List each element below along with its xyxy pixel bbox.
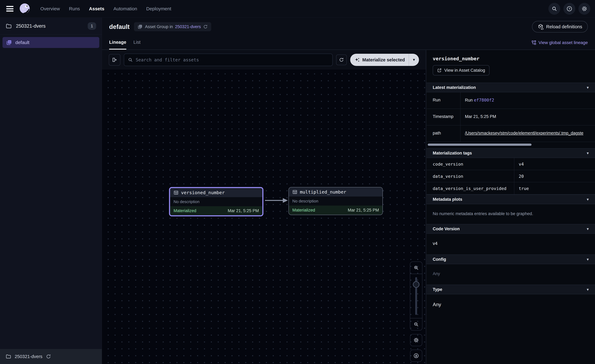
download-icon	[413, 353, 419, 358]
help-button[interactable]: ?	[563, 3, 575, 15]
zoom-out-button[interactable]	[410, 318, 422, 330]
tag-value: 20	[514, 170, 595, 182]
sidebar-item-default[interactable]: default	[2, 37, 99, 48]
gear-icon	[581, 6, 587, 12]
search-icon	[552, 6, 557, 12]
asset-node-versioned-number[interactable]: versioned_number No description Material…	[169, 187, 263, 216]
nav-item-assets[interactable]: Assets	[89, 6, 104, 11]
refresh-graph-button[interactable]	[336, 55, 347, 65]
materialize-button-group: Materialize selected ▼	[350, 54, 419, 66]
sidebar: 250321-dvers 1 default 250321-dvers	[0, 17, 102, 364]
panel-toggle-icon	[112, 57, 118, 63]
download-image-button[interactable]	[410, 350, 422, 362]
chevron-down-icon: ▾	[587, 85, 589, 90]
asset-node-body: No description	[170, 197, 262, 206]
horizontal-scrollbar-thumb[interactable]	[428, 144, 531, 146]
page-title: default	[109, 23, 130, 30]
settings-button[interactable]	[578, 3, 590, 15]
asset-node-multiplied-number[interactable]: multiplied_number No description Materia…	[288, 187, 383, 215]
lineage-canvas: Materialize selected ▼	[102, 50, 426, 364]
asset-node-header: versioned_number	[170, 188, 262, 197]
materialize-sparkle-icon	[354, 57, 360, 63]
tag-key: data_version_is_user_provided	[426, 182, 514, 194]
section-label: Type	[433, 287, 442, 292]
zoom-in-button[interactable]	[410, 262, 422, 274]
asset-detail-panel: versioned_number View in Asset Catalog L…	[426, 50, 595, 364]
metadata-plots-empty-text: No numeric metadata entries available to…	[426, 204, 595, 224]
section-metadata-plots[interactable]: Metadata plots ▾	[426, 195, 595, 204]
materialize-selected-label: Materialize selected	[362, 57, 405, 63]
section-config[interactable]: Config ▾	[426, 254, 595, 264]
folder-icon	[6, 23, 12, 29]
badge-group-link[interactable]: 250321-dvers	[175, 24, 201, 29]
view-in-asset-catalog-button[interactable]: View in Asset Catalog	[433, 65, 489, 76]
page-header: default Asset Group in 250321-dvers	[102, 18, 595, 36]
top-nav: Overview Runs Assets Automation Deployme…	[0, 0, 595, 17]
zoom-slider	[410, 274, 422, 318]
sidebar-footer: 250321-dvers	[0, 349, 102, 364]
graph-settings-button[interactable]	[410, 334, 422, 346]
asset-group-icon	[137, 24, 143, 29]
section-code-version[interactable]: Code Version ▾	[426, 224, 595, 234]
expand-panel-button[interactable]	[109, 54, 120, 66]
edge-arrow	[264, 196, 289, 205]
materialize-dropdown-button[interactable]: ▼	[409, 54, 419, 66]
dagster-logo[interactable]	[18, 2, 31, 15]
sync-icon[interactable]	[203, 24, 208, 29]
nav-item-overview[interactable]: Overview	[40, 6, 60, 11]
section-label: Metadata plots	[433, 197, 462, 202]
materialized-timestamp: Mar 21, 5:25 PM	[228, 208, 259, 213]
sidebar-group-row[interactable]: 250321-dvers 1	[0, 18, 102, 35]
hamburger-menu-icon[interactable]	[6, 6, 14, 12]
materialize-selected-button[interactable]: Materialize selected	[350, 54, 409, 66]
search-button[interactable]	[548, 3, 560, 15]
search-input[interactable]	[136, 57, 329, 63]
sidebar-group-name: 250321-dvers	[16, 23, 46, 29]
nav-item-runs[interactable]: Runs	[69, 6, 80, 11]
sync-icon[interactable]	[46, 354, 51, 359]
path-link[interactable]: /Users/smackesey/stm/code/elementl/exper…	[465, 131, 592, 136]
lineage-graph[interactable]: versioned_number No description Material…	[102, 70, 426, 364]
asset-group-icon	[6, 39, 12, 46]
materialized-status: Materialized	[292, 208, 315, 213]
chevron-down-icon: ▾	[587, 197, 589, 202]
zoom-slider-thumb[interactable]	[413, 281, 419, 288]
table-row: path /Users/smackesey/stm/code/elementl/…	[426, 126, 595, 142]
lineage-graph-icon	[531, 40, 536, 45]
nav-item-automation[interactable]: Automation	[113, 6, 137, 11]
view-global-asset-lineage-link[interactable]: View global asset lineage	[531, 36, 588, 49]
section-materialization-tags[interactable]: Materialization tags ▾	[426, 148, 595, 158]
tab-list[interactable]: List	[134, 36, 141, 49]
section-latest-materialization[interactable]: Latest materialization ▾	[426, 83, 595, 92]
row-value: Run ef7800f2	[460, 92, 595, 109]
nav-item-deployment[interactable]: Deployment	[146, 6, 171, 11]
folder-icon	[6, 354, 11, 359]
sidebar-item-label: default	[15, 40, 29, 45]
tabs-row: Lineage List View global asset lineage	[102, 36, 595, 50]
row-key: Run	[426, 92, 460, 109]
section-label: Config	[433, 257, 446, 262]
section-type[interactable]: Type ▾	[426, 285, 595, 294]
table-icon	[174, 190, 178, 195]
run-id-link[interactable]: ef7800f2	[474, 98, 494, 103]
search-icon	[128, 57, 133, 62]
chevron-down-icon: ▾	[587, 226, 589, 231]
horizontal-scrollbar	[428, 144, 595, 146]
asset-node-name: versioned_number	[181, 190, 225, 195]
reload-definitions-button[interactable]: Reload definitions	[532, 21, 588, 33]
section-label: Latest materialization	[433, 85, 476, 90]
reload-definitions-label: Reload definitions	[546, 24, 582, 29]
main-area: default Asset Group in 250321-dvers	[102, 17, 595, 364]
tab-lineage[interactable]: Lineage	[109, 36, 126, 49]
table-row: Timestamp Mar 21, 5:25 PM	[426, 109, 595, 126]
view-in-asset-catalog-label: View in Asset Catalog	[444, 68, 485, 73]
table-row: code_version v4	[426, 158, 595, 170]
asset-node-description: No description	[292, 199, 318, 203]
materialized-status: Materialized	[174, 208, 196, 213]
materialized-timestamp: Mar 21, 5:25 PM	[348, 208, 379, 213]
chevron-down-icon: ▾	[587, 257, 589, 262]
section-label: Materialization tags	[433, 151, 472, 156]
asset-node-body: No description	[289, 196, 382, 206]
asset-search-box	[124, 54, 333, 66]
type-value: Any	[426, 294, 595, 315]
